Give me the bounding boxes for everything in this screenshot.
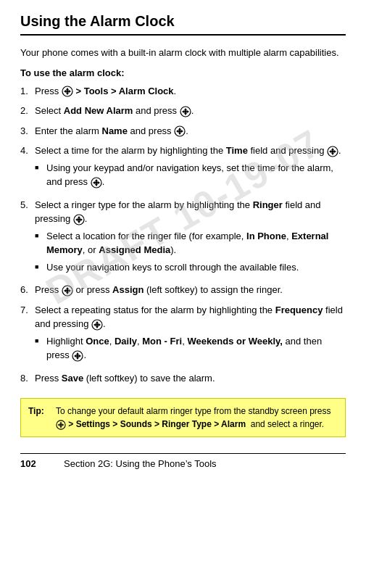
step-4-sub-1: ■ Using your keypad and/or navigation ke…: [35, 161, 346, 189]
step-4-sub-1-content: Using your keypad and/or navigation keys…: [46, 161, 346, 189]
svg-marker-34: [80, 218, 83, 221]
svg-marker-31: [78, 216, 80, 218]
svg-marker-40: [69, 289, 71, 292]
steps-list: 1. Press > Tools > Alarm Clock. 2. Selec…: [20, 84, 346, 386]
step-5-sub-1: ■ Select a location for the ringer file …: [35, 229, 346, 257]
step-5-content: Select a ringer type for the alarm by hi…: [35, 198, 346, 278]
svg-point-5: [66, 90, 69, 93]
svg-marker-50: [76, 357, 79, 360]
svg-marker-21: [329, 150, 331, 153]
step-7-sub-1: ■ Highlight Once, Daily, Mon - Fri, Week…: [35, 334, 346, 363]
step-5-sub: ■ Select a location for the ringer file …: [35, 229, 346, 275]
svg-point-11: [184, 110, 187, 113]
svg-marker-13: [178, 128, 181, 130]
step-4-sub: ■ Using your keypad and/or navigation ke…: [35, 161, 346, 189]
svg-point-47: [96, 323, 99, 326]
svg-point-41: [66, 289, 69, 292]
svg-marker-8: [184, 113, 187, 115]
step-2: 2. Select Add New Alarm and press .: [20, 104, 346, 118]
nav-icon-4a: [91, 176, 102, 187]
section-label: To use the alarm clock:: [20, 67, 346, 78]
bullet-4: ■: [35, 334, 46, 347]
step-3: 3. Enter the alarm Name and press .: [20, 124, 346, 138]
svg-point-17: [178, 130, 181, 133]
nav-icon-3: [174, 125, 186, 136]
svg-marker-4: [69, 90, 71, 93]
svg-marker-39: [64, 289, 66, 292]
svg-marker-2: [66, 93, 69, 95]
svg-marker-10: [187, 110, 189, 113]
svg-marker-28: [98, 181, 100, 184]
svg-point-29: [95, 181, 98, 184]
svg-marker-9: [182, 110, 184, 113]
nav-icon-2: [180, 105, 191, 116]
step-7-content: Select a repeating status for the alarm …: [35, 303, 346, 365]
nav-icon-1: [62, 86, 73, 96]
bullet-2: ■: [35, 229, 46, 241]
step-6: 6. Press or press Assign (left softkey) …: [20, 283, 346, 297]
svg-marker-32: [78, 221, 80, 223]
step-8-number: 8.: [20, 371, 35, 386]
step-4: 4. Select a time for the alarm by highli…: [20, 144, 346, 192]
svg-point-23: [331, 150, 334, 153]
step-2-content: Select Add New Alarm and press .: [35, 104, 346, 118]
nav-icon-6: [62, 284, 73, 295]
svg-marker-3: [64, 90, 66, 93]
page-content: Using the Alarm Clock Your phone comes w…: [0, 0, 366, 482]
svg-marker-44: [96, 326, 99, 328]
tip-box: Tip: To change your default alarm ringer…: [20, 398, 346, 437]
step-6-content: Press or press Assign (left softkey) to …: [35, 283, 346, 297]
step-5-sub-2-content: Use your navigation keys to scroll throu…: [46, 260, 346, 275]
step-3-content: Enter the alarm Name and press .: [35, 124, 346, 138]
step-5: 5. Select a ringer type for the alarm by…: [20, 198, 346, 278]
svg-marker-20: [331, 153, 334, 155]
step-7-number: 7.: [20, 303, 35, 318]
svg-marker-37: [66, 287, 69, 289]
svg-marker-52: [79, 355, 81, 357]
step-8: 8. Press Save (left softkey) to save the…: [20, 371, 346, 386]
svg-marker-25: [95, 179, 98, 181]
nav-icon-4: [327, 145, 338, 156]
svg-marker-43: [96, 321, 99, 323]
svg-marker-22: [334, 150, 336, 153]
step-5-sub-2: ■ Use your navigation keys to scroll thr…: [35, 260, 346, 275]
step-5-sub-1-content: Select a location for the ringer file (f…: [46, 229, 346, 257]
step-1-content: Press > Tools > Alarm Clock.: [35, 84, 346, 99]
step-2-number: 2.: [20, 104, 35, 118]
step-1-number: 1.: [20, 84, 35, 99]
svg-marker-7: [184, 108, 187, 110]
step-7: 7. Select a repeating status for the ala…: [20, 303, 346, 365]
tip-content: To change your default alarm ringer type…: [56, 405, 338, 431]
page-title: Using the Alarm Clock: [20, 13, 346, 36]
svg-marker-38: [66, 292, 69, 294]
step-1: 1. Press > Tools > Alarm Clock.: [20, 84, 346, 99]
step-8-content: Press Save (left softkey) to save the al…: [35, 371, 346, 386]
step-6-number: 6.: [20, 283, 35, 297]
svg-marker-15: [176, 130, 178, 133]
svg-point-53: [76, 355, 79, 357]
tip-label: Tip:: [28, 405, 56, 431]
svg-marker-49: [76, 352, 79, 355]
svg-marker-58: [62, 423, 65, 426]
svg-marker-1: [66, 88, 69, 90]
svg-point-59: [59, 423, 62, 426]
nav-icon-7: [91, 318, 103, 329]
svg-marker-14: [178, 133, 181, 135]
svg-marker-57: [58, 423, 60, 426]
nav-icon-tip: [56, 419, 66, 429]
nav-icon-7a: [72, 349, 83, 360]
svg-marker-26: [95, 184, 98, 186]
svg-marker-56: [59, 426, 62, 428]
svg-marker-55: [59, 421, 62, 423]
bullet-3: ■: [35, 260, 46, 273]
intro-text: Your phone comes with a built-in alarm c…: [20, 46, 346, 60]
step-4-number: 4.: [20, 144, 35, 158]
footer: 102 Section 2G: Using the Phone’s Tools: [20, 453, 346, 469]
svg-marker-27: [93, 181, 95, 184]
step-3-number: 3.: [20, 124, 35, 138]
svg-marker-46: [99, 323, 101, 326]
step-4-content: Select a time for the alarm by highlight…: [35, 144, 346, 192]
svg-marker-45: [93, 323, 96, 326]
svg-marker-19: [331, 148, 334, 150]
footer-section-label: Section 2G: Using the Phone’s Tools: [57, 458, 346, 469]
